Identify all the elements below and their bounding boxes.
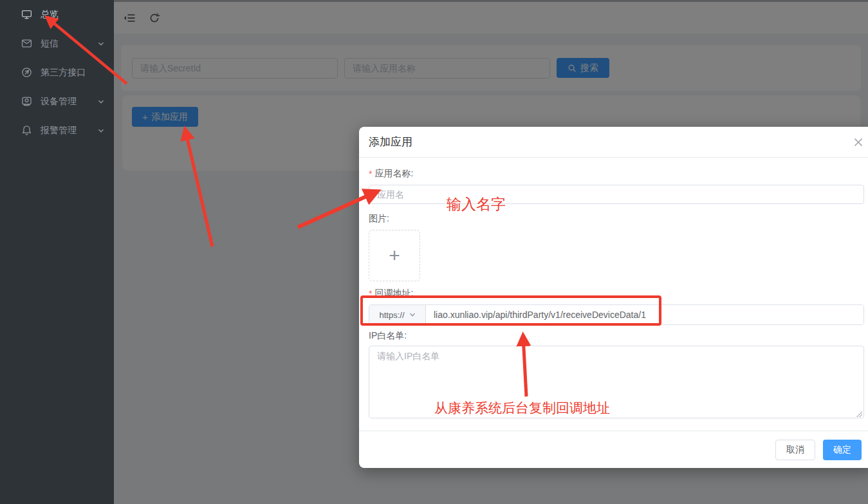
- sidebar-item-label: 报警管理: [41, 125, 97, 136]
- chevron-down-icon: [97, 98, 105, 106]
- ip-whitelist-wrap: [369, 346, 864, 420]
- image-upload-box[interactable]: +: [369, 230, 420, 281]
- chevron-down-icon: [409, 312, 416, 318]
- image-label: 图片:: [369, 213, 864, 225]
- sidebar-item-alarm[interactable]: 报警管理: [0, 116, 114, 145]
- cancel-button[interactable]: 取消: [775, 440, 815, 460]
- protocol-value: https://: [379, 310, 404, 320]
- sidebar-item-label: 第三方接口: [41, 67, 105, 79]
- ip-whitelist-textarea[interactable]: [369, 346, 864, 418]
- confirm-button[interactable]: 确定: [823, 440, 862, 460]
- sidebar-item-sms[interactable]: 短信: [0, 29, 114, 58]
- overview-icon: [21, 9, 32, 20]
- required-mark: *: [369, 169, 372, 179]
- sidebar: 总览短信第三方接口设备管理报警管理: [0, 0, 114, 504]
- sidebar-item-third-party[interactable]: 第三方接口: [0, 58, 114, 87]
- protocol-select[interactable]: https://: [369, 305, 426, 324]
- third-party-icon: [21, 67, 32, 78]
- callback-url-input[interactable]: [426, 305, 863, 324]
- dialog-footer: 取消 确定: [359, 431, 868, 468]
- dialog-title: 添加应用: [369, 135, 412, 149]
- sidebar-item-overview[interactable]: 总览: [0, 0, 114, 29]
- sidebar-item-label: 设备管理: [41, 96, 97, 107]
- sms-icon: [21, 38, 32, 49]
- sidebar-menu: 总览短信第三方接口设备管理报警管理: [0, 0, 114, 145]
- sidebar-item-label: 短信: [41, 38, 97, 50]
- chevron-down-icon: [97, 40, 105, 48]
- ip-whitelist-label: IP白名单:: [369, 330, 864, 342]
- device-icon: [21, 96, 32, 107]
- callback-label: * 回调地址:: [369, 288, 864, 299]
- callback-url-group: https://: [369, 304, 864, 325]
- upload-plus-icon: +: [389, 245, 400, 266]
- sidebar-item-device[interactable]: 设备管理: [0, 87, 114, 116]
- chevron-down-icon: [97, 127, 105, 135]
- required-mark: *: [369, 288, 372, 299]
- alarm-icon: [21, 125, 32, 136]
- add-app-dialog: 添加应用 * 应用名称: 图片: + * 回调地址: https://: [359, 127, 868, 468]
- app-name-input[interactable]: [369, 185, 864, 204]
- sidebar-item-label: 总览: [41, 9, 105, 21]
- close-icon[interactable]: [853, 136, 864, 148]
- dialog-header: 添加应用: [359, 127, 868, 158]
- app-name-label: * 应用名称:: [369, 168, 864, 180]
- dialog-body: * 应用名称: 图片: + * 回调地址: https://: [359, 158, 868, 420]
